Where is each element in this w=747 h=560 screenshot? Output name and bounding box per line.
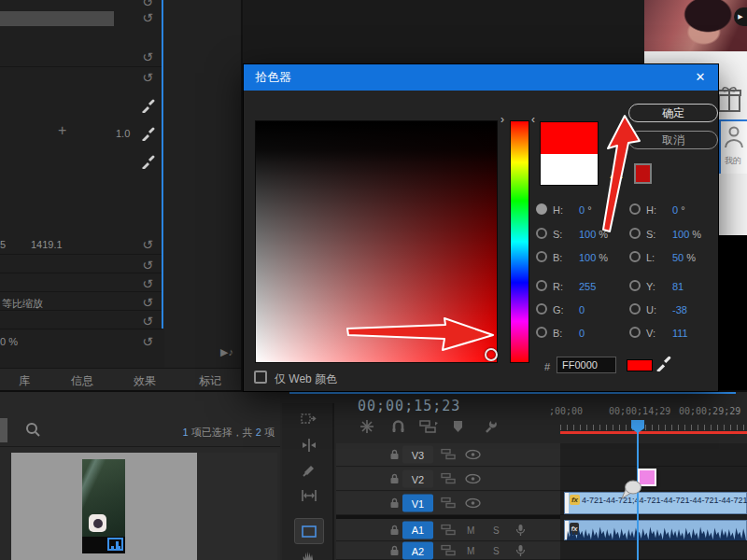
saturation-brightness-field[interactable] — [255, 120, 498, 363]
reset-parameter-icon[interactable]: ↺ — [139, 70, 156, 85]
source-patch-icon[interactable] — [441, 449, 458, 461]
source-patch-icon[interactable] — [441, 545, 458, 557]
gamut-warning-icon[interactable] — [609, 165, 624, 179]
clip-card[interactable] — [11, 453, 197, 560]
tab-effects[interactable]: 效果 — [134, 373, 156, 389]
snap-magnet-icon[interactable] — [391, 420, 405, 433]
lock-icon[interactable] — [389, 545, 400, 556]
field-value[interactable]: 100% — [579, 252, 608, 263]
ripple-edit-tool[interactable] — [301, 437, 317, 454]
track-label-a2[interactable]: A2 — [402, 542, 433, 560]
radio-rgb-b[interactable] — [536, 327, 547, 338]
search-icon[interactable] — [25, 422, 41, 438]
hue-slider[interactable] — [510, 120, 529, 363]
eyedropper-icon[interactable] — [655, 355, 672, 371]
field-value[interactable]: 81 — [672, 281, 686, 292]
timeline-timecode[interactable]: 00;00;15;23 — [358, 398, 460, 414]
solo-track-button[interactable]: S — [493, 546, 500, 556]
field-value[interactable]: 0 — [579, 328, 587, 339]
field-value[interactable]: -38 — [672, 304, 690, 315]
field-value[interactable]: 0° — [579, 204, 592, 216]
eyedropper-icon[interactable] — [141, 126, 156, 141]
eyedropper-icon[interactable] — [141, 154, 156, 169]
source-patch-icon[interactable] — [441, 524, 458, 536]
eyedropper-icon[interactable] — [141, 98, 156, 113]
radio-hsb-s[interactable] — [536, 228, 547, 239]
parameter-slider-bar[interactable] — [0, 11, 114, 26]
tab-markers[interactable]: 标记 — [199, 373, 221, 389]
radio-yuv-v[interactable] — [629, 327, 641, 338]
reset-parameter-icon[interactable]: ↺ — [139, 237, 156, 252]
cancel-button[interactable]: 取消 — [628, 131, 718, 149]
ok-button[interactable]: 确定 — [628, 104, 718, 122]
reset-parameter-icon[interactable]: ↺ — [139, 258, 156, 273]
reset-parameter-icon[interactable]: ↺ — [139, 276, 156, 291]
radio-hsl-l[interactable] — [629, 251, 641, 262]
source-patch-icon[interactable] — [441, 497, 458, 510]
field-value[interactable]: 111 — [672, 328, 691, 339]
lock-icon[interactable] — [389, 497, 400, 509]
radio-yuv-y[interactable] — [629, 280, 641, 291]
field-value[interactable]: 50% — [672, 252, 696, 263]
close-icon[interactable]: ✕ — [690, 68, 711, 87]
radio-rgb-r[interactable] — [536, 280, 547, 291]
param-percent-partial[interactable]: 0 % — [0, 336, 18, 347]
play-audio-icon[interactable]: ▶♪ — [220, 346, 233, 358]
radio-rgb-g[interactable] — [536, 303, 547, 315]
reset-parameter-icon[interactable]: ↺ — [139, 0, 156, 9]
toggle-track-output-eye-icon[interactable] — [465, 450, 481, 460]
slip-tool[interactable] — [301, 487, 317, 504]
field-value[interactable]: 255 — [579, 281, 599, 292]
field-value[interactable]: 100% — [672, 229, 701, 240]
hex-input[interactable]: FF0000 — [557, 357, 616, 373]
color-field-cursor[interactable] — [485, 348, 498, 361]
param-value-partial[interactable]: 5 — [0, 239, 6, 250]
hand-tool[interactable] — [301, 549, 317, 560]
timeline-settings-wrench-icon[interactable] — [484, 419, 499, 434]
source-patch-icon[interactable] — [441, 473, 458, 485]
tab-info[interactable]: 信息 — [71, 373, 93, 389]
voiceover-mic-icon[interactable] — [515, 524, 526, 537]
lock-icon[interactable] — [389, 449, 400, 460]
reset-parameter-icon[interactable]: ↺ — [139, 334, 156, 349]
field-value[interactable]: 0° — [672, 204, 685, 216]
track-a2-content[interactable] — [560, 542, 747, 560]
position-value[interactable]: 1419.1 — [31, 239, 63, 250]
dialog-title-bar[interactable]: 拾色器 — [244, 64, 718, 91]
reset-parameter-icon[interactable]: ↺ — [139, 295, 156, 310]
track-a1-content[interactable]: fx — [560, 519, 747, 541]
insert-nest-icon[interactable] — [360, 420, 374, 433]
track-select-forward-tool[interactable] — [301, 411, 317, 427]
voiceover-mic-icon[interactable] — [515, 544, 526, 557]
rectangle-tool-selected[interactable] — [294, 518, 324, 544]
clip-thumbnail[interactable] — [82, 459, 125, 553]
gamut-safe-color-swatch[interactable] — [634, 163, 652, 184]
lock-icon[interactable] — [389, 525, 400, 536]
radio-hsl-h[interactable] — [629, 203, 641, 215]
gift-icon[interactable] — [717, 86, 741, 114]
radio-hsb-h[interactable] — [536, 203, 547, 215]
track-label-v2[interactable]: V2 — [402, 470, 433, 488]
track-label-v3[interactable]: V3 — [402, 446, 433, 464]
timeline-ruler[interactable] — [560, 425, 747, 430]
field-value[interactable]: 100% — [579, 229, 608, 240]
linked-selection-icon[interactable] — [419, 420, 438, 433]
play-badge[interactable]: ▶ — [734, 7, 747, 26]
toggle-track-output-eye-icon[interactable] — [465, 474, 481, 484]
tab-library[interactable]: 库 — [19, 373, 30, 389]
video-clip[interactable]: fx 4-721-44-721;44-721-44-721-44-721-44-… — [564, 492, 747, 514]
profile-card[interactable]: 我的 — [719, 119, 747, 174]
track-v1-content[interactable]: fx 4-721-44-721;44-721-44-721-44-721-44-… — [560, 492, 747, 515]
add-marker-icon[interactable] — [452, 420, 464, 433]
lock-icon[interactable] — [389, 473, 400, 484]
field-value[interactable]: 0 — [579, 304, 587, 315]
web-colors-only-checkbox[interactable] — [254, 371, 267, 384]
clip-in-handle[interactable] — [565, 493, 569, 513]
radio-hsb-b[interactable] — [536, 251, 547, 262]
audio-clip[interactable]: fx — [564, 520, 747, 540]
track-label-a1[interactable]: A1 — [402, 521, 433, 539]
reset-parameter-icon[interactable]: ↺ — [139, 49, 156, 64]
add-keyframe-plus-icon[interactable]: + — [58, 122, 66, 139]
razor-tool[interactable] — [301, 462, 317, 479]
reset-parameter-icon[interactable]: ↺ — [139, 10, 156, 25]
